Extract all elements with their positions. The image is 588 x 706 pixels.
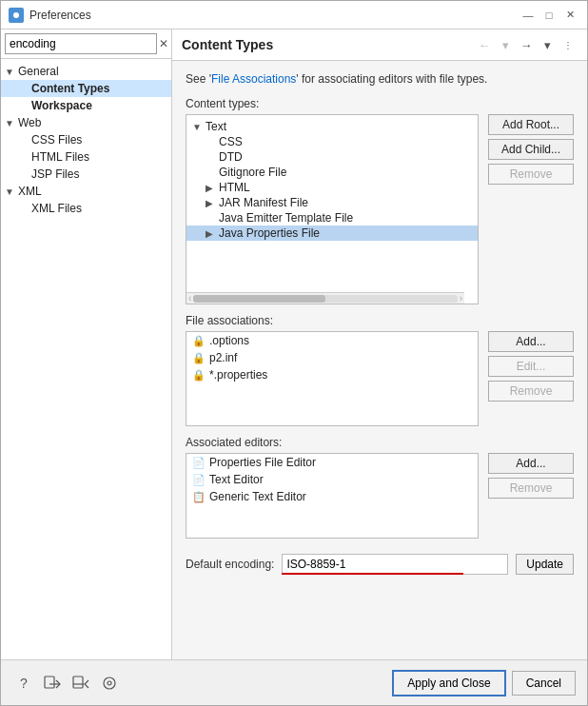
associated-editors-section: Associated editors: 📄 Properties File Ed…: [186, 436, 574, 539]
lock-icon-options: 🔒: [192, 334, 206, 347]
encoding-input[interactable]: [282, 554, 508, 575]
app-icon: [9, 8, 24, 23]
ct-item-java-properties[interactable]: ▶ Java Properties File: [186, 226, 478, 241]
ct-item-gitignore[interactable]: Gitignore File: [186, 165, 478, 180]
sidebar-item-label-content-types: Content Types: [31, 82, 109, 95]
right-panel: Content Types ← ▾ → ▾ ⋮ See 'File Associ…: [172, 29, 587, 659]
fa-remove-button[interactable]: Remove: [488, 381, 574, 402]
fa-edit-button[interactable]: Edit...: [488, 356, 574, 377]
lock-icon-p2inf: 🔒: [192, 351, 206, 364]
ae-add-button[interactable]: Add...: [488, 453, 574, 474]
ae-item-generic-editor[interactable]: 📋 Generic Text Editor: [186, 488, 478, 505]
fa-add-button[interactable]: Add...: [488, 331, 574, 352]
svg-point-7: [108, 681, 111, 685]
ct-item-text[interactable]: ▼ Text: [186, 119, 478, 134]
sidebar-item-xml[interactable]: ▼ XML: [1, 183, 171, 200]
remove-content-type-button[interactable]: Remove: [488, 164, 574, 185]
sidebar-item-workspace[interactable]: Workspace: [1, 97, 171, 114]
right-body: See 'File Associations' for associating …: [172, 61, 587, 659]
horizontal-scrollbar[interactable]: ‹ ›: [186, 292, 464, 304]
update-button[interactable]: Update: [516, 554, 574, 575]
scroll-left-arrow[interactable]: ‹: [188, 293, 191, 304]
doc-icon-properties: 📄: [192, 456, 206, 469]
search-clear-button[interactable]: ✕: [159, 35, 168, 52]
sidebar-item-label-xml: XML: [18, 185, 42, 198]
svg-rect-4: [73, 677, 83, 688]
window-controls: — □ ✕: [519, 6, 579, 25]
ct-item-html[interactable]: ▶ HTML: [186, 180, 478, 195]
cancel-button[interactable]: Cancel: [512, 671, 576, 696]
maximize-button[interactable]: □: [539, 6, 559, 25]
sidebar-item-css-files[interactable]: CSS Files: [1, 131, 171, 148]
ct-arrow-java-properties: ▶: [206, 228, 217, 239]
preferences-button[interactable]: [98, 672, 121, 695]
sidebar-item-xml-files[interactable]: XML Files: [1, 200, 171, 217]
fa-item-properties[interactable]: 🔒 *.properties: [186, 366, 478, 383]
fa-label-p2inf: p2.inf: [209, 351, 237, 364]
sidebar-item-web[interactable]: ▼ Web: [1, 114, 171, 131]
encoding-input-wrap: [282, 554, 508, 575]
nav-menu-button[interactable]: ⋮: [559, 35, 578, 54]
sidebar-item-label-web: Web: [18, 116, 41, 129]
nav-forward-dropdown-button[interactable]: ▾: [538, 35, 557, 54]
search-bar: ✕: [1, 29, 171, 59]
sidebar-item-html-files[interactable]: HTML Files: [1, 148, 171, 166]
search-input[interactable]: [5, 33, 157, 54]
ct-label-java-emitter: Java Emitter Template File: [219, 211, 353, 225]
minimize-button[interactable]: —: [519, 6, 538, 25]
ct-item-css[interactable]: CSS: [186, 134, 478, 149]
associated-editors-list[interactable]: 📄 Properties File Editor 📄 Text Editor 📋…: [186, 453, 479, 539]
ct-label-css: CSS: [219, 135, 243, 148]
add-child-button[interactable]: Add Child...: [488, 139, 574, 160]
sidebar-item-jsp-files[interactable]: JSP Files: [1, 166, 171, 183]
file-associations-label: File associations:: [186, 314, 479, 327]
ct-arrow-jar: ▶: [206, 198, 217, 208]
doc-icon-generic: 📋: [192, 490, 206, 503]
nav-back-button[interactable]: ←: [475, 35, 494, 54]
ct-arrow-html: ▶: [206, 183, 217, 193]
associated-editors-block: Associated editors: 📄 Properties File Ed…: [186, 436, 479, 539]
ct-item-jar[interactable]: ▶ JAR Manifest File: [186, 195, 478, 210]
export-button[interactable]: [41, 672, 64, 695]
nav-back-dropdown-button[interactable]: ▾: [496, 35, 515, 54]
scroll-track: [193, 295, 457, 303]
svg-rect-2: [45, 677, 54, 688]
scroll-right-arrow[interactable]: ›: [460, 293, 462, 304]
titlebar-left: Preferences: [9, 8, 91, 23]
add-root-button[interactable]: Add Root...: [488, 114, 574, 135]
nav-forward-button[interactable]: →: [517, 35, 536, 54]
footer-left: ?: [12, 672, 121, 695]
help-button[interactable]: ?: [12, 672, 35, 695]
ct-label-dtd: DTD: [219, 150, 243, 164]
ae-item-properties-editor[interactable]: 📄 Properties File Editor: [186, 454, 478, 471]
ct-item-java-emitter[interactable]: Java Emitter Template File: [186, 210, 478, 226]
import-button[interactable]: [69, 672, 92, 695]
ae-remove-button[interactable]: Remove: [488, 478, 574, 499]
fa-item-p2inf[interactable]: 🔒 p2.inf: [186, 349, 478, 366]
content-types-list[interactable]: ▼ Text CSS: [186, 114, 479, 304]
sidebar-item-label-xml-files: XML Files: [31, 202, 82, 215]
doc-icon-text: 📄: [192, 473, 206, 486]
window-title: Preferences: [29, 9, 91, 22]
ae-item-text-editor[interactable]: 📄 Text Editor: [186, 471, 478, 488]
apply-close-button[interactable]: Apply and Close: [392, 670, 505, 696]
right-panel-title: Content Types: [182, 37, 273, 52]
preferences-window: Preferences — □ ✕ ✕ ▼ General: [0, 0, 588, 706]
fa-item-options[interactable]: 🔒 .options: [186, 332, 478, 349]
file-associations-buttons: Add... Edit... Remove: [488, 314, 574, 426]
content-types-section: Content types: ▼ Text: [186, 97, 574, 304]
content-types-block: Content types: ▼ Text: [186, 97, 479, 304]
footer: ?: [1, 659, 587, 705]
ct-item-dtd[interactable]: DTD: [186, 149, 478, 165]
associated-editors-label: Associated editors:: [186, 436, 479, 449]
close-button[interactable]: ✕: [560, 6, 579, 25]
file-associations-link[interactable]: File Associations: [211, 72, 296, 86]
file-associations-list[interactable]: 🔒 .options 🔒 p2.inf 🔒 *.properties: [186, 331, 479, 426]
sidebar-item-general[interactable]: ▼ General: [1, 63, 171, 80]
content-types-label: Content types:: [186, 97, 479, 110]
sidebar-item-label-workspace: Workspace: [31, 99, 92, 112]
tree-arrow-xml: ▼: [5, 186, 18, 197]
sidebar-item-content-types[interactable]: Content Types: [1, 80, 171, 97]
file-associations-block: File associations: 🔒 .options 🔒 p2.inf: [186, 314, 479, 426]
sidebar-item-label-html-files: HTML Files: [31, 150, 89, 164]
